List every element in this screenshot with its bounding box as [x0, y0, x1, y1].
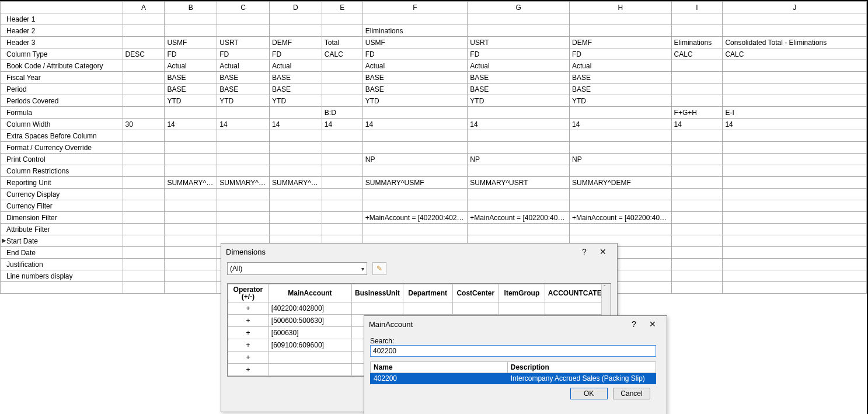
grid-cell[interactable]: [270, 25, 322, 37]
grid-cell[interactable]: [217, 165, 270, 177]
grid-cell[interactable]: [671, 224, 723, 235]
grid-cell[interactable]: [123, 177, 165, 189]
grid-cell[interactable]: [671, 270, 723, 282]
grid-cell[interactable]: F+G+H: [671, 107, 723, 119]
grid-cell[interactable]: [671, 13, 723, 25]
grid-cell[interactable]: [123, 165, 165, 177]
grid-cell[interactable]: [468, 142, 570, 154]
grid-cell[interactable]: [123, 224, 165, 235]
mainaccount-cell[interactable]: [402200:402800]: [268, 302, 351, 315]
grid-cell[interactable]: [468, 189, 570, 200]
grid-cell[interactable]: [123, 25, 165, 37]
grid-cell[interactable]: FD: [569, 48, 671, 60]
grid-cell[interactable]: [671, 259, 723, 270]
grid-cell[interactable]: [322, 177, 362, 189]
grid-cell[interactable]: [217, 154, 270, 165]
grid-cell[interactable]: YTD: [270, 95, 322, 107]
dim-cell[interactable]: [452, 302, 499, 315]
grid-cell[interactable]: [165, 270, 217, 282]
row-label[interactable]: Extra Spaces Before Column: [1, 130, 123, 142]
grid-cell[interactable]: [123, 37, 165, 48]
row-label[interactable]: Format / Currency Override: [1, 142, 123, 154]
grid-cell[interactable]: [123, 130, 165, 142]
grid-cell[interactable]: [322, 130, 362, 142]
grid-cell[interactable]: [723, 95, 867, 107]
column-letter-header[interactable]: J: [723, 2, 867, 13]
grid-cell[interactable]: NP: [362, 154, 468, 165]
help-button[interactable]: ?: [575, 247, 594, 256]
operator-cell[interactable]: +: [228, 302, 269, 315]
grid-cell[interactable]: BASE: [468, 72, 570, 84]
grid-cell[interactable]: CALC: [322, 48, 362, 60]
grid-cell[interactable]: [671, 60, 723, 72]
grid-cell[interactable]: B:D: [322, 107, 362, 119]
row-label[interactable]: Dimension Filter: [1, 212, 123, 224]
grid-cell[interactable]: [217, 189, 270, 200]
grid-cell[interactable]: [123, 235, 165, 247]
column-letter-header[interactable]: I: [671, 2, 723, 13]
grid-cell[interactable]: SUMMARY^USRT: [217, 177, 270, 189]
row-label[interactable]: Formula: [1, 107, 123, 119]
row-label[interactable]: Print Control: [1, 154, 123, 165]
grid-cell[interactable]: [362, 224, 468, 235]
grid-cell[interactable]: [322, 95, 362, 107]
row-label[interactable]: Justification: [1, 259, 123, 270]
dim-cell[interactable]: [545, 302, 610, 315]
grid-cell[interactable]: 14: [217, 119, 270, 130]
grid-cell[interactable]: [671, 282, 723, 294]
grid-cell[interactable]: [270, 165, 322, 177]
grid-cell[interactable]: [123, 13, 165, 25]
edit-button[interactable]: ✎: [372, 262, 386, 275]
grid-cell[interactable]: BASE: [165, 84, 217, 95]
grid-cell[interactable]: [569, 200, 671, 212]
grid-cell[interactable]: [569, 13, 671, 25]
grid-cell[interactable]: [322, 165, 362, 177]
grid-cell[interactable]: [123, 247, 165, 259]
grid-cell[interactable]: [569, 25, 671, 37]
grid-cell[interactable]: [217, 142, 270, 154]
grid-cell[interactable]: [362, 142, 468, 154]
mainaccount-cell[interactable]: [600630]: [268, 327, 351, 339]
grid-cell[interactable]: [165, 235, 217, 247]
grid-cell[interactable]: [671, 235, 723, 247]
grid-cell[interactable]: BASE: [270, 72, 322, 84]
grid-cell[interactable]: [671, 247, 723, 259]
grid-cell[interactable]: SUMMARY^USMF: [362, 177, 468, 189]
grid-cell[interactable]: [123, 107, 165, 119]
grid-cell[interactable]: 14: [671, 119, 723, 130]
operator-cell[interactable]: +: [228, 315, 269, 327]
grid-cell[interactable]: [723, 13, 867, 25]
grid-cell[interactable]: [468, 130, 570, 142]
grid-cell[interactable]: [671, 189, 723, 200]
grid-cell[interactable]: NP: [569, 154, 671, 165]
grid-cell[interactable]: [217, 25, 270, 37]
grid-cell[interactable]: BASE: [362, 84, 468, 95]
grid-cell[interactable]: USRT: [468, 37, 570, 48]
row-label[interactable]: Periods Covered: [1, 95, 123, 107]
grid-cell[interactable]: BASE: [217, 72, 270, 84]
grid-cell[interactable]: [723, 130, 867, 142]
grid-cell[interactable]: [165, 154, 217, 165]
grid-cell[interactable]: Actual: [165, 60, 217, 72]
grid-cell[interactable]: SUMMARY^DEMF: [569, 177, 671, 189]
dim-cell[interactable]: [499, 302, 545, 315]
grid-cell[interactable]: 14: [362, 119, 468, 130]
close-button[interactable]: ✕: [643, 319, 662, 329]
row-label[interactable]: Header 3: [1, 37, 123, 48]
grid-cell[interactable]: DEMF: [270, 37, 322, 48]
ok-button[interactable]: OK: [570, 388, 608, 399]
grid-cell[interactable]: USMF: [165, 37, 217, 48]
row-label[interactable]: Fiscal Year: [1, 72, 123, 84]
grid-cell[interactable]: SUMMARY^DEMF: [270, 177, 322, 189]
grid-cell[interactable]: [123, 200, 165, 212]
grid-cell[interactable]: [468, 25, 570, 37]
grid-cell[interactable]: [723, 72, 867, 84]
mainaccount-cell[interactable]: [500600:500630]: [268, 315, 351, 327]
grid-cell[interactable]: [362, 165, 468, 177]
grid-cell[interactable]: +MainAccount = [402200:4028...: [362, 212, 468, 224]
grid-cell[interactable]: [671, 212, 723, 224]
grid-cell[interactable]: [723, 165, 867, 177]
grid-cell[interactable]: YTD: [468, 95, 570, 107]
row-label[interactable]: Column Width: [1, 119, 123, 130]
grid-cell[interactable]: [671, 177, 723, 189]
